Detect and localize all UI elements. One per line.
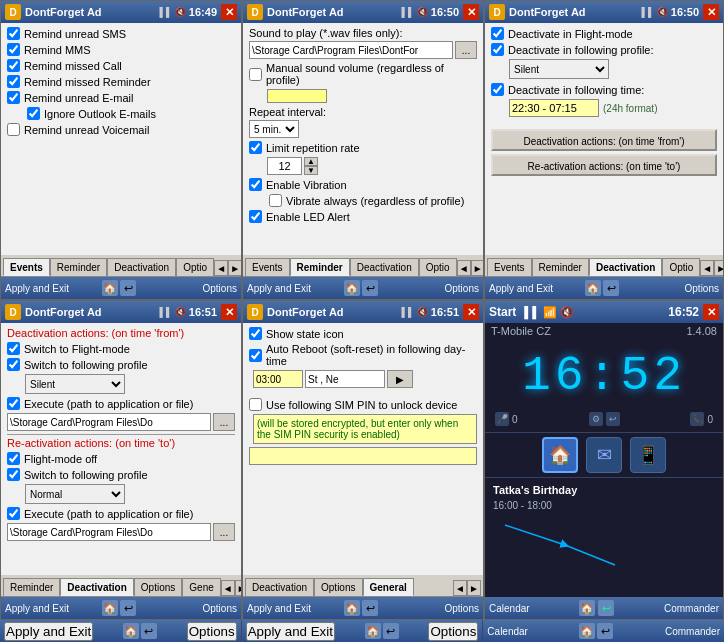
spin-up[interactable]: ▲	[304, 157, 318, 166]
tab-next-4[interactable]: ►	[235, 580, 242, 596]
tab-optio-1[interactable]: Optio	[176, 258, 214, 276]
sound-browse-btn[interactable]: ...	[455, 41, 477, 59]
check-reminder[interactable]	[7, 75, 20, 88]
profile-select-4b[interactable]: Normal	[25, 484, 125, 504]
tab-next-3[interactable]: ►	[714, 260, 724, 276]
envelope-btn[interactable]: ✉	[586, 437, 622, 473]
execute2-path-input[interactable]	[7, 523, 211, 541]
global-calendar[interactable]: Calendar	[487, 626, 528, 637]
react-action-btn[interactable]: Re-activation actions: (on time 'to')	[491, 154, 717, 176]
check-auto-reboot[interactable]	[249, 349, 262, 362]
tab-prev-1[interactable]: ◄	[214, 260, 228, 276]
check-flight-mode[interactable]	[7, 342, 20, 355]
phone-btn[interactable]: 📱	[630, 437, 666, 473]
deact-action-btn[interactable]: Deactivation actions: (on time 'from')	[491, 129, 717, 151]
close-btn-3[interactable]: ✕	[703, 4, 719, 20]
sim-value-input[interactable]	[249, 447, 477, 465]
profile-select-4[interactable]: Silent	[25, 374, 125, 394]
repeat-select[interactable]: 5 min.	[249, 120, 299, 138]
tab-next-2[interactable]: ►	[471, 260, 484, 276]
close-btn-5[interactable]: ✕	[463, 304, 479, 320]
global-apply-2[interactable]: Apply and Exit	[246, 622, 335, 641]
tab-prev-4[interactable]: ◄	[221, 580, 235, 596]
options-btn-1[interactable]: Options	[203, 283, 237, 294]
check-time-range[interactable]	[491, 83, 504, 96]
apply-btn-5[interactable]: Apply and Exit	[247, 603, 311, 614]
profile-select[interactable]: Silent	[509, 59, 609, 79]
global-options-1[interactable]: Options	[187, 622, 237, 641]
tab-options-5[interactable]: Options	[314, 578, 362, 596]
execute-browse-btn[interactable]: ...	[213, 413, 235, 431]
execute-path-input[interactable]	[7, 413, 211, 431]
global-options-2[interactable]: Options	[428, 622, 478, 641]
sound-path-input[interactable]	[249, 41, 453, 59]
tab-reminder-1[interactable]: Reminder	[50, 258, 107, 276]
tab-deact-3[interactable]: Deactivation	[589, 258, 662, 276]
limit-value-input[interactable]	[267, 157, 302, 175]
tab-options-4[interactable]: Options	[134, 578, 182, 596]
close-btn-2[interactable]: ✕	[463, 4, 479, 20]
tab-gene-4[interactable]: Gene	[182, 578, 220, 596]
global-apply-1[interactable]: Apply and Exit	[4, 622, 93, 641]
tab-reminder-2[interactable]: Reminder	[290, 258, 350, 276]
check-switch-profile[interactable]	[7, 358, 20, 371]
check-vibrate-always[interactable]	[269, 194, 282, 207]
home-btn[interactable]: 🏠	[542, 437, 578, 473]
apply-btn-3[interactable]: Apply and Exit	[489, 283, 553, 294]
tab-next-1[interactable]: ►	[228, 260, 242, 276]
tab-events-1[interactable]: Events	[3, 258, 50, 276]
check-led[interactable]	[249, 210, 262, 223]
reboot-day-btn[interactable]: ▶	[387, 370, 413, 388]
close-btn-4[interactable]: ✕	[221, 304, 237, 320]
tab-deact-4[interactable]: Deactivation	[60, 578, 133, 596]
check-sim-pin[interactable]	[249, 398, 262, 411]
tab-optio-3[interactable]: Optio	[662, 258, 700, 276]
apply-btn-2[interactable]: Apply and Exit	[247, 283, 311, 294]
check-profile[interactable]	[491, 43, 504, 56]
calendar-btn[interactable]: Calendar	[489, 603, 530, 614]
reboot-day-input[interactable]	[305, 370, 385, 388]
tab-optio-2[interactable]: Optio	[419, 258, 457, 276]
tab-deact-5[interactable]: Deactivation	[245, 578, 314, 596]
check-flight-off[interactable]	[7, 452, 20, 465]
options-btn-4[interactable]: Options	[203, 603, 237, 614]
check-show-state[interactable]	[249, 327, 262, 340]
tab-prev-3[interactable]: ◄	[700, 260, 714, 276]
spin-down[interactable]: ▼	[304, 166, 318, 175]
apply-btn-1[interactable]: Apply and Exit	[5, 283, 69, 294]
check-execute2[interactable]	[7, 507, 20, 520]
tab-events-3[interactable]: Events	[487, 258, 532, 276]
global-commander[interactable]: Commander	[665, 626, 720, 637]
check-sms[interactable]	[7, 27, 20, 40]
check-manual-vol[interactable]	[249, 68, 262, 81]
tab-next-5[interactable]: ►	[467, 580, 481, 596]
check-email[interactable]	[7, 91, 20, 104]
tab-deact-2[interactable]: Deactivation	[350, 258, 419, 276]
volume-slider[interactable]	[267, 89, 327, 103]
check-call[interactable]	[7, 59, 20, 72]
check-vibration[interactable]	[249, 178, 262, 191]
tab-deact-1[interactable]: Deactivation	[107, 258, 176, 276]
close-btn-1[interactable]: ✕	[221, 4, 237, 20]
check-execute[interactable]	[7, 397, 20, 410]
check-flight[interactable]	[491, 27, 504, 40]
commander-btn[interactable]: Commander	[664, 603, 719, 614]
tab-events-2[interactable]: Events	[245, 258, 290, 276]
check-mms[interactable]	[7, 43, 20, 56]
options-btn-2[interactable]: Options	[445, 283, 479, 294]
tab-prev-2[interactable]: ◄	[457, 260, 471, 276]
check-switch-profile2[interactable]	[7, 468, 20, 481]
reboot-time-input[interactable]	[253, 370, 303, 388]
apply-btn-4[interactable]: Apply and Exit	[5, 603, 69, 614]
execute2-browse-btn[interactable]: ...	[213, 523, 235, 541]
options-btn-5[interactable]: Options	[445, 603, 479, 614]
check-outlook[interactable]	[27, 107, 40, 120]
close-btn-home[interactable]: ✕	[703, 304, 719, 320]
tab-reminder-4[interactable]: Reminder	[3, 578, 60, 596]
check-voicemail[interactable]	[7, 123, 20, 136]
tab-reminder-3[interactable]: Reminder	[532, 258, 589, 276]
time-range-input[interactable]	[509, 99, 599, 117]
check-limit[interactable]	[249, 141, 262, 154]
tab-general-5[interactable]: General	[363, 578, 414, 596]
options-btn-3[interactable]: Options	[685, 283, 719, 294]
